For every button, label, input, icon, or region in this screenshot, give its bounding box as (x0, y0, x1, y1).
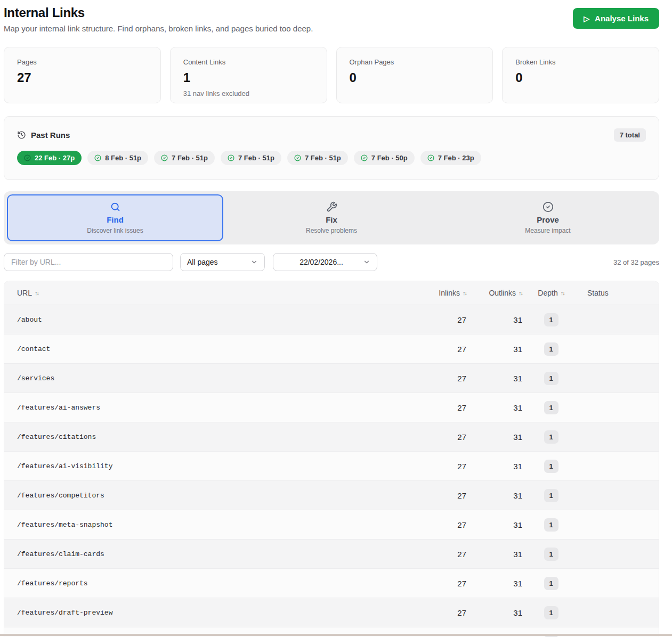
table-row[interactable]: /features/claim-cards 27 31 1 (4, 540, 659, 569)
depth-badge: 1 (544, 577, 558, 590)
tab-find-label: Find (107, 215, 124, 224)
inlinks-cell: 27 (416, 462, 466, 471)
past-run-chip-label: 7 Feb · 51p (305, 154, 341, 162)
inlinks-cell: 27 (416, 520, 466, 529)
table-row[interactable]: /services 27 31 1 (4, 364, 659, 393)
outlinks-cell: 31 (466, 608, 522, 617)
internal-links-page: Internal Links Map your internal link st… (0, 0, 672, 637)
pages-filter-select[interactable]: All pages (180, 253, 265, 271)
table-row[interactable]: /features/ai-answers 27 31 1 (4, 393, 659, 422)
depth-cell: 1 (522, 372, 580, 385)
column-header-depth[interactable]: Depth ↑↓ (522, 289, 580, 297)
outlinks-cell: 31 (466, 462, 522, 471)
outlinks-cell: 31 (466, 520, 522, 529)
past-run-chip[interactable]: 7 Feb · 51p (221, 151, 281, 165)
runs-total-badge: 7 total (614, 128, 646, 142)
past-run-chip[interactable]: 22 Feb · 27p (17, 151, 82, 165)
inlinks-cell: 27 (416, 608, 466, 617)
table-row[interactable]: /about 27 31 1 (4, 305, 659, 334)
column-header-inlinks[interactable]: Inlinks ↑↓ (416, 289, 466, 297)
page-count-label: 32 of 32 pages (613, 258, 659, 266)
page-title: Internal Links (4, 5, 313, 20)
depth-badge: 1 (544, 313, 558, 326)
wrench-icon (326, 201, 337, 213)
outlinks-cell: 31 (466, 315, 522, 324)
table-row[interactable]: /features/meta-snapshot 27 31 1 (4, 510, 659, 540)
run-date-value: 22/02/2026... (280, 258, 363, 266)
depth-badge: 1 (544, 401, 558, 414)
depth-cell: 1 (522, 489, 580, 502)
url-cell: /features/ai-visibility (4, 462, 416, 470)
depth-cell: 1 (522, 518, 580, 532)
inlinks-cell: 27 (416, 315, 466, 324)
run-date-select[interactable]: 22/02/2026... (273, 253, 377, 271)
mode-tabs: Find Discover link issues Fix Resolve pr… (4, 191, 659, 244)
past-run-chip-label: 22 Feb · 27p (35, 154, 75, 162)
column-label: Inlinks (439, 289, 460, 297)
table-row[interactable]: /features/draft-preview 27 31 1 (4, 598, 659, 627)
stat-card-orphan-pages: Orphan Pages 0 (336, 47, 493, 103)
depth-cell: 1 (522, 342, 580, 356)
url-cell: /features/meta-snapshot (4, 521, 416, 529)
depth-cell: 1 (522, 430, 580, 444)
search-icon (110, 201, 121, 213)
check-circle-icon (24, 154, 31, 161)
check-circle-icon (94, 154, 101, 161)
table-row[interactable]: /features/ai-visibility 27 31 1 (4, 452, 659, 481)
outlinks-cell: 31 (466, 579, 522, 588)
table-row[interactable]: /features/citations 27 31 1 (4, 422, 659, 452)
stat-label: Pages (17, 58, 148, 66)
outlinks-cell: 31 (466, 403, 522, 412)
chevron-down-icon (363, 258, 370, 266)
stat-value: 0 (515, 70, 646, 85)
check-circle-icon (228, 154, 234, 161)
url-cell: /features/reports (4, 579, 416, 587)
check-circle-icon (294, 154, 301, 161)
sort-icon: ↑↓ (463, 290, 466, 296)
outlinks-cell: 31 (466, 432, 522, 442)
depth-cell: 1 (522, 460, 580, 473)
table-row[interactable]: /features/competitors 27 31 1 (4, 481, 659, 510)
tab-fix-subtitle: Resolve problems (306, 227, 357, 234)
analyse-links-button-label: Analyse Links (595, 14, 649, 23)
tab-find[interactable]: Find Discover link issues (7, 194, 223, 241)
stat-value: 0 (350, 70, 480, 85)
check-circle-icon (427, 154, 434, 161)
url-cell: /services (4, 374, 416, 382)
past-run-chip[interactable]: 7 Feb · 51p (154, 151, 215, 165)
column-header-url[interactable]: URL ↑↓ (4, 289, 416, 297)
past-run-chip[interactable]: 8 Feb · 51p (87, 151, 148, 165)
past-runs-title-label: Past Runs (31, 130, 70, 140)
depth-badge: 1 (544, 460, 558, 473)
column-header-outlinks[interactable]: Outlinks ↑↓ (466, 289, 522, 297)
check-circle-icon (361, 154, 368, 161)
depth-badge: 1 (544, 342, 558, 356)
pages-filter-value: All pages (187, 258, 218, 266)
table-row[interactable]: /features/reports 27 31 1 (4, 569, 659, 598)
depth-badge: 1 (544, 606, 558, 619)
chevron-down-icon (250, 258, 258, 266)
past-run-chip[interactable]: 7 Feb · 50p (354, 151, 415, 165)
page-subtitle: Map your internal link structure. Find o… (4, 24, 313, 33)
outlinks-cell: 31 (466, 345, 522, 354)
outlinks-cell: 31 (466, 491, 522, 500)
past-run-chip[interactable]: 7 Feb · 51p (287, 151, 348, 165)
tab-fix[interactable]: Fix Resolve problems (223, 194, 440, 241)
table-row[interactable]: /contact 27 31 1 (4, 334, 659, 364)
url-cell: /features/ai-answers (4, 404, 416, 412)
stat-card-content-links: Content Links 1 31 nav links excluded (170, 47, 327, 103)
sort-icon: ↑↓ (561, 290, 564, 296)
past-run-chip[interactable]: 7 Feb · 23p (420, 151, 481, 165)
depth-badge: 1 (544, 489, 558, 502)
depth-cell: 1 (522, 577, 580, 590)
tab-find-subtitle: Discover link issues (87, 227, 143, 234)
stat-label: Orphan Pages (350, 58, 480, 66)
analyse-links-button[interactable]: ▷ Analyse Links (573, 8, 659, 29)
tab-prove[interactable]: Prove Measure impact (440, 194, 656, 241)
stat-label: Broken Links (515, 58, 646, 66)
depth-badge: 1 (544, 430, 558, 444)
page-header: Internal Links Map your internal link st… (4, 5, 659, 33)
url-filter-input[interactable] (4, 253, 173, 271)
sort-icon: ↑↓ (519, 290, 522, 296)
outlinks-cell: 31 (466, 550, 522, 559)
